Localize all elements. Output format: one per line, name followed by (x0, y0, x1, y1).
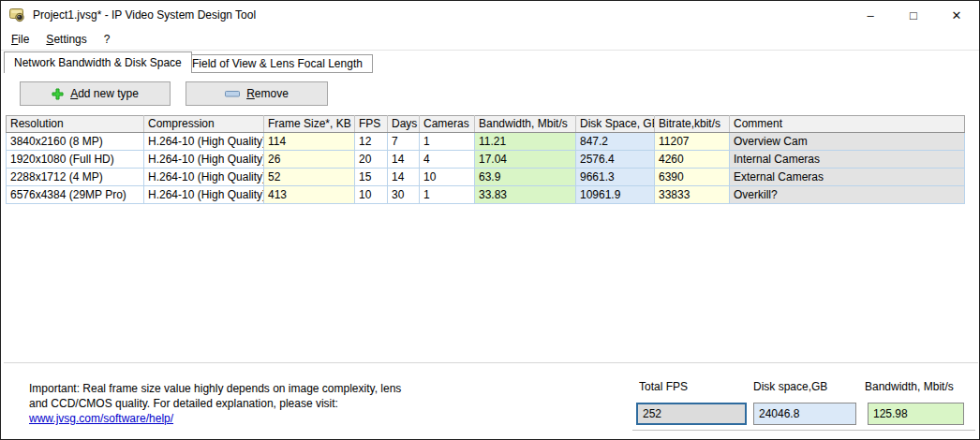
add-new-type-button[interactable]: Add new type (20, 81, 171, 106)
menubar: File Settings ? (1, 29, 979, 50)
column-header-fps: FPS (355, 116, 388, 133)
footer-separator (4, 362, 978, 363)
app-window: Project1.jvsg* - IP Video System Design … (0, 0, 980, 440)
column-header-bitrate: Bitrate,kbit/s (655, 116, 730, 133)
plus-icon (52, 88, 64, 100)
note-line-1: Important: Real frame size value highly … (29, 381, 401, 396)
cell-disk-space: 9661.3 (576, 169, 655, 186)
menu-item-file[interactable]: File (3, 30, 37, 49)
minus-icon (225, 91, 240, 97)
cell-disk-space: 2576.4 (576, 151, 655, 169)
table-row: 2288x1712 (4 MP) H.264-10 (High Quality)… (7, 169, 965, 186)
cell-bandwidth: 11.21 (475, 133, 576, 151)
window-title: Project1.jvsg* - IP Video System Design … (33, 8, 256, 22)
cell-frame-size[interactable]: 26 (264, 151, 355, 169)
cell-resolution[interactable]: 1920x1080 (Full HD) (7, 151, 144, 169)
cell-bitrate[interactable]: 6390 (655, 169, 730, 186)
cell-fps[interactable]: 20 (355, 151, 388, 169)
total-disk-space-label: Disk space,GB (753, 380, 827, 393)
column-header-compression: Compression (144, 116, 264, 133)
cell-frame-size[interactable]: 114 (264, 133, 355, 151)
column-header-bandwidth: Bandwidth, Mbit/s (475, 116, 576, 133)
camera-table-container: Resolution Compression Frame Size*, KB F… (6, 115, 964, 204)
column-header-cameras: Cameras (420, 116, 475, 133)
app-icon (9, 7, 26, 22)
cell-compression[interactable]: H.264-10 (High Quality) (144, 151, 264, 169)
cell-disk-space: 847.2 (576, 133, 655, 151)
column-header-disk-space: Disk Space, GB (576, 116, 655, 133)
cell-cameras[interactable]: 10 (420, 169, 475, 186)
cell-fps[interactable]: 15 (355, 169, 388, 186)
cell-cameras[interactable]: 1 (420, 133, 475, 151)
cell-fps[interactable]: 10 (355, 186, 388, 204)
menu-item-settings[interactable]: Settings (37, 30, 95, 49)
cell-resolution[interactable]: 2288x1712 (4 MP) (7, 169, 144, 186)
close-icon: ✕ (952, 8, 962, 22)
cell-bitrate[interactable]: 11207 (655, 133, 730, 151)
column-header-comment: Comment (730, 116, 965, 133)
table-row: 3840x2160 (8 MP) H.264-10 (High Quality)… (7, 133, 965, 151)
tab-network-bandwidth-disk-space[interactable]: Network Bandwidth & Disk Space (4, 51, 192, 73)
cell-compression[interactable]: H.264-10 (High Quality) (144, 186, 264, 204)
cell-bitrate[interactable]: 33833 (655, 186, 730, 204)
cell-comment[interactable]: Overkill? (730, 186, 965, 204)
tab-field-of-view-lens-focal-length[interactable]: Field of View & Lens Focal Length (182, 54, 373, 73)
cell-bitrate[interactable]: 4260 (655, 151, 730, 169)
cell-days[interactable]: 7 (388, 133, 420, 151)
footer-note: Important: Real frame size value highly … (29, 381, 401, 426)
close-button[interactable]: ✕ (935, 1, 978, 29)
titlebar: Project1.jvsg* - IP Video System Design … (1, 1, 979, 29)
total-fps-field[interactable]: 252 (636, 403, 747, 425)
remove-button[interactable]: Remove (186, 81, 328, 106)
note-line-2: and CCD/CMOS quality. For detailed expla… (29, 396, 401, 411)
total-bandwidth-label: Bandwidth, Mbit/s (865, 380, 954, 393)
table-row: 1920x1080 (Full HD) H.264-10 (High Quali… (7, 151, 965, 169)
cell-frame-size[interactable]: 413 (264, 186, 355, 204)
cell-resolution[interactable]: 6576x4384 (29MP Pro) (7, 186, 144, 204)
cell-bandwidth: 33.83 (475, 186, 576, 204)
column-header-resolution: Resolution (7, 116, 144, 133)
total-disk-space-field[interactable]: 24046.8 (753, 403, 856, 425)
minimize-icon: – (867, 8, 873, 22)
column-header-days: Days (388, 116, 420, 133)
cell-cameras[interactable]: 1 (420, 186, 475, 204)
menu-item-help[interactable]: ? (96, 30, 119, 49)
cell-cameras[interactable]: 4 (420, 151, 475, 169)
cell-frame-size[interactable]: 52 (264, 169, 355, 186)
total-fps-label: Total FPS (639, 380, 688, 393)
cell-comment[interactable]: External Cameras (730, 169, 965, 186)
cell-days[interactable]: 30 (388, 186, 420, 204)
cell-disk-space: 10961.9 (576, 186, 655, 204)
cell-compression[interactable]: H.264-10 (High Quality) (144, 133, 264, 151)
cell-bandwidth: 17.04 (475, 151, 576, 169)
cell-days[interactable]: 14 (388, 151, 420, 169)
cell-compression[interactable]: H.264-10 (High Quality) (144, 169, 264, 186)
minimize-button[interactable]: – (849, 1, 892, 29)
total-bandwidth-field[interactable]: 125.98 (868, 403, 964, 425)
cell-comment[interactable]: Internal Cameras (730, 151, 965, 169)
cell-fps[interactable]: 12 (355, 133, 388, 151)
camera-table: Resolution Compression Frame Size*, KB F… (6, 115, 965, 204)
maximize-button[interactable]: □ (892, 1, 935, 29)
cell-days[interactable]: 14 (388, 169, 420, 186)
cell-bandwidth: 63.9 (475, 169, 576, 186)
add-new-type-label: Add new type (70, 87, 139, 100)
column-header-frame-size: Frame Size*, KB (264, 116, 355, 133)
cell-resolution[interactable]: 3840x2160 (8 MP) (7, 133, 144, 151)
header-row: Resolution Compression Frame Size*, KB F… (7, 116, 965, 133)
window-controls: – □ ✕ (849, 1, 978, 29)
totals-groove-line (632, 430, 975, 431)
cell-comment[interactable]: Overview Cam (730, 133, 965, 151)
remove-label: Remove (246, 87, 289, 100)
main-area: Network Bandwidth & Disk Space Field of … (1, 50, 979, 439)
table-row: 6576x4384 (29MP Pro) H.264-10 (High Qual… (7, 186, 965, 204)
maximize-icon: □ (910, 8, 917, 22)
help-link[interactable]: www.jvsg.com/software/help/ (29, 412, 173, 425)
